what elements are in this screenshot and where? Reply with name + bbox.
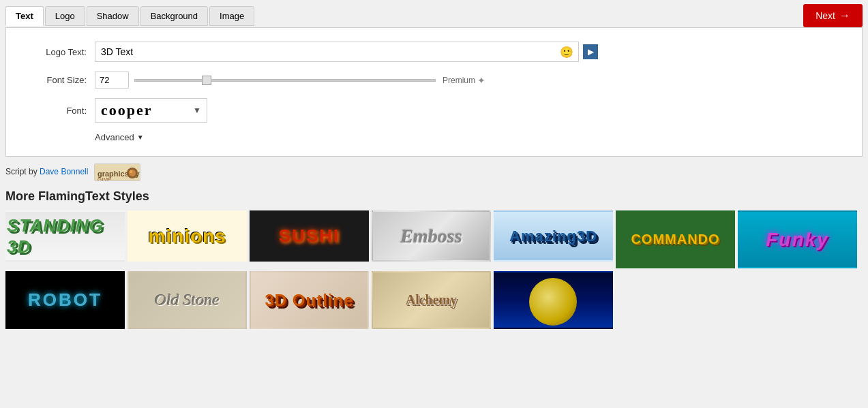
style-funky-text: Funky [766, 229, 828, 251]
font-row: Font: cooper ▼ [20, 98, 848, 123]
tab-image[interactable]: Image [209, 6, 254, 26]
style-standing3d-text: STANDING 3D [7, 215, 123, 257]
font-dropdown-arrow-icon: ▼ [193, 106, 201, 115]
next-arrow-icon: → [839, 10, 850, 22]
style-item-commando[interactable]: COMMANDO [616, 210, 735, 268]
slider-left-track [134, 79, 203, 82]
font-size-input[interactable] [95, 72, 129, 89]
style-item-minions[interactable]: minions [128, 210, 247, 262]
style-item-3doutline[interactable]: 3D Outline [250, 271, 369, 329]
styles-grid: STANDING 3D minions SUSHI Emboss Amazing… [5, 210, 863, 329]
script-by-author[interactable]: Dave Bonnell [40, 167, 88, 176]
premium-badge: Premium ✦ [443, 75, 485, 86]
style-amazing3d-text: Amazing3D [509, 227, 597, 245]
gimp-logo-svg: graphics by GIMP [95, 164, 140, 181]
slider-right-track [211, 79, 436, 82]
font-size-row: Font Size: Premium ✦ [20, 72, 848, 89]
font-label: Font: [20, 106, 95, 116]
style-item-funky[interactable]: Funky [738, 210, 857, 268]
logo-text-label: Logo Text: [20, 47, 95, 57]
svg-point-5 [130, 170, 132, 173]
style-commando-text: COMMANDO [631, 232, 719, 247]
advanced-label: Advanced [95, 132, 134, 142]
style-oldstone-text: Old Stone [155, 291, 220, 309]
more-styles-title: More FlamingText Styles [5, 189, 863, 204]
style-item-oldstone[interactable]: Old Stone [128, 271, 247, 329]
premium-label: Premium [443, 76, 475, 85]
style-item-sushi[interactable]: SUSHI [250, 210, 369, 262]
moon-circle [529, 278, 577, 326]
next-label: Next [815, 10, 835, 21]
style-item-moon[interactable] [494, 271, 613, 329]
logo-text-row: Logo Text: 🙂 ▶ [20, 42, 848, 62]
svg-text:GIMP: GIMP [98, 176, 111, 181]
advanced-arrow-icon: ▼ [137, 134, 144, 141]
style-item-emboss[interactable]: Emboss [372, 210, 491, 262]
script-by-section: Script by Dave Bonnell graphics by GIMP [5, 163, 863, 181]
style-item-robot[interactable]: ROBOT [5, 271, 125, 329]
gimp-logo: graphics by GIMP [94, 163, 140, 181]
script-by-prefix: Script by [5, 167, 38, 176]
font-preview: cooper [101, 101, 188, 119]
emoji-icon[interactable]: 🙂 [560, 46, 573, 59]
form-panel: Logo Text: 🙂 ▶ Font Size: Premium ✦ Font… [5, 27, 863, 157]
logo-text-input[interactable] [95, 42, 579, 62]
style-minions-text: minions [148, 225, 226, 247]
style-robot-text: ROBOT [28, 289, 102, 311]
tab-logo[interactable]: Logo [45, 6, 85, 26]
font-size-slider-wrapper [134, 76, 436, 85]
font-size-label: Font Size: [20, 75, 95, 85]
logo-arrow-button[interactable]: ▶ [583, 44, 598, 59]
next-button[interactable]: Next → [803, 4, 863, 27]
style-sushi-text: SUSHI [279, 225, 340, 247]
logo-text-wrapper: 🙂 [95, 42, 579, 62]
tab-bar: Text Logo Shadow Background Image Next → [0, 0, 868, 27]
font-select-button[interactable]: cooper ▼ [95, 98, 207, 123]
advanced-toggle[interactable]: Advanced ▼ [95, 132, 144, 142]
premium-star-icon: ✦ [477, 75, 485, 86]
advanced-row: Advanced ▼ [95, 132, 848, 142]
style-emboss-text: Emboss [400, 225, 462, 247]
style-item-amazing3d[interactable]: Amazing3D [494, 210, 613, 262]
tab-background[interactable]: Background [140, 6, 208, 26]
style-item-standing3d[interactable]: STANDING 3D [5, 210, 125, 262]
style-3doutline-text: 3D Outline [265, 291, 353, 310]
tab-text[interactable]: Text [5, 6, 44, 26]
tab-shadow[interactable]: Shadow [87, 6, 139, 26]
style-alchemy-text: Alchemy [406, 292, 458, 308]
slider-handle[interactable] [202, 76, 211, 85]
style-item-alchemy[interactable]: Alchemy [372, 271, 491, 329]
svg-point-4 [129, 170, 136, 176]
